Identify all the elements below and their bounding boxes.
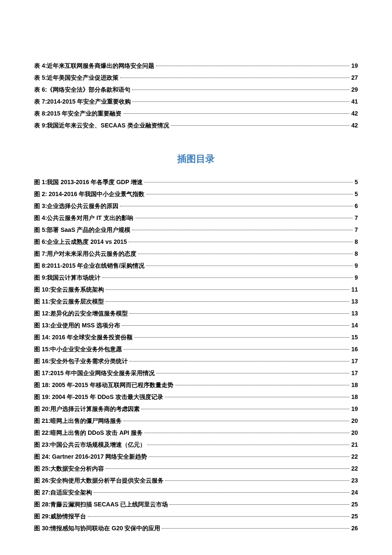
figure-toc-label: 图 21:暗网上出售的僵尸网络服务	[34, 415, 122, 427]
figure-toc-label: 图 11:安全云服务层次模型	[34, 295, 104, 307]
figure-toc-page: 18	[351, 391, 358, 403]
figure-toc-item: 图 28:青藤云漏洞扫描 SECAAS 已上线阿里云市场25	[34, 498, 358, 510]
toc-dots	[94, 492, 349, 493]
figures-title: 插图目录	[34, 153, 358, 165]
figure-toc-item: 图 15:中小企业安全业务外包意愿16	[34, 343, 358, 355]
figure-toc-item: 图 11:安全云服务层次模型13	[34, 295, 358, 307]
table-toc-item: 表 7:2014-2015 年安全产业重要收购41	[34, 95, 358, 107]
table-toc-item: 表 6:《网络安全法》部分条款和语句29	[34, 84, 358, 95]
figure-toc-item: 图 1:我国 2013-2016 年各季度 GDP 增速5	[34, 176, 358, 188]
figure-toc-page: 25	[351, 510, 358, 522]
figure-toc-page: 23	[351, 474, 358, 486]
figure-toc-item: 图 2: 2014-2016 年我国中小企业景气指数5	[34, 188, 358, 200]
figure-toc-page: 13	[351, 307, 358, 319]
table-toc-page: 19	[351, 60, 358, 72]
figure-toc-item: 图 29:威胁情报平台25	[34, 510, 358, 522]
figures-toc-section: 图 1:我国 2013-2016 年各季度 GDP 增速5图 2: 2014-2…	[34, 176, 358, 534]
table-toc-item: 表 9:我国近年来云安全、SECAAS 类企业融资情况42	[34, 119, 358, 131]
toc-dots	[120, 78, 349, 78]
figure-toc-label: 图 4:公共云服务对用户 IT 支出的影响	[34, 212, 133, 224]
table-toc-page: 42	[351, 119, 358, 131]
figure-toc-item: 图 17:2015 年中国企业网络安全服务采用情况17	[34, 367, 358, 379]
figure-toc-label: 图 17:2015 年中国企业网络安全服务采用情况	[34, 367, 155, 379]
toc-dots	[132, 230, 353, 230]
figure-toc-label: 图 23:中国公共云市场规模及增速（亿元）	[34, 439, 146, 451]
figure-toc-page: 9	[355, 272, 358, 283]
table-toc-label: 表 9:我国近年来云安全、SECAAS 类企业融资情况	[34, 119, 169, 131]
figure-toc-item: 图 20:用户选择云计算服务商的考虑因素19	[34, 403, 358, 415]
figure-toc-page: 17	[351, 367, 358, 379]
toc-dots	[146, 266, 353, 266]
toc-dots	[132, 90, 349, 90]
table-toc-item: 表 8:2015 年安全产业的重要融资42	[34, 107, 358, 119]
table-toc-label: 表 8:2015 年安全产业的重要融资	[34, 107, 121, 119]
figure-toc-item: 图 4:公共云服务对用户 IT 支出的影响7	[34, 212, 358, 224]
figure-toc-item: 图 13:企业使用的 MSS 选项分布14	[34, 319, 358, 331]
figure-toc-page: 26	[351, 522, 358, 534]
figure-toc-label: 图 13:企业使用的 MSS 选项分布	[34, 319, 120, 331]
figure-toc-page: 24	[351, 486, 358, 498]
figure-toc-label: 图 25:大数据安全分析内容	[34, 462, 104, 474]
figure-toc-page: 6	[355, 200, 358, 212]
figure-toc-page: 18	[351, 379, 358, 391]
toc-dots	[134, 337, 349, 338]
toc-dots	[138, 254, 353, 254]
table-toc-label: 表 6:《网络安全法》部分条款和语句	[34, 84, 130, 95]
figure-toc-item: 图 18: 2005 年-2015 年移动互联网而已程序数量走势18	[34, 379, 358, 391]
toc-dots	[133, 101, 349, 102]
toc-dots	[141, 409, 349, 409]
figure-toc-label: 图 8:2011-2015 年企业在线销售/采购情况	[34, 260, 144, 272]
table-toc-page: 27	[351, 72, 358, 84]
toc-dots	[130, 313, 349, 314]
table-toc-label: 表 4:近年来互联网服务商爆出的网络安全问题	[34, 60, 154, 72]
figure-toc-label: 图 16:安全外包子业务需求分类统计	[34, 355, 128, 367]
figure-toc-page: 19	[351, 403, 358, 415]
table-toc-item: 表 4:近年来互联网服务商爆出的网络安全问题19	[34, 60, 358, 72]
toc-dots	[144, 182, 353, 182]
figure-toc-page: 17	[351, 355, 358, 367]
figure-toc-page: 16	[351, 343, 358, 355]
toc-dots	[120, 206, 353, 206]
figure-toc-item: 图 30:情报感知与协同联动在 G20 安保中的应用26	[34, 522, 358, 534]
figure-toc-item: 图 10:安全云服务系统架构11	[34, 283, 358, 295]
figure-toc-item: 图 9:我国云计算市场统计9	[34, 272, 358, 283]
toc-dots	[102, 278, 353, 278]
table-toc-page: 41	[351, 95, 358, 107]
toc-dots	[88, 516, 349, 517]
toc-dots	[162, 528, 349, 529]
figure-toc-label: 图 20:用户选择云计算服务商的考虑因素	[34, 403, 140, 415]
figure-toc-page: 7	[355, 212, 358, 224]
figure-toc-label: 图 5:部署 SaaS 产品的企业用户规模	[34, 224, 130, 236]
toc-dots	[106, 468, 349, 469]
figure-toc-label: 图 26:安全狗使用大数据分析平台提供安全云服务	[34, 474, 164, 486]
figure-toc-item: 图 6:企业上云成熟度 2014 vs 20158	[34, 236, 358, 248]
figure-toc-item: 图 27:自适应安全架构24	[34, 486, 358, 498]
figure-toc-page: 8	[355, 236, 358, 248]
toc-dots	[149, 457, 349, 457]
toc-dots	[147, 445, 349, 445]
figure-toc-page: 9	[355, 260, 358, 272]
figure-toc-page: 11	[351, 283, 358, 295]
figure-toc-label: 图 7:用户对未来采用公共云服务的态度	[34, 248, 136, 260]
toc-dots	[165, 397, 350, 397]
figure-toc-label: 图 22:暗网上出售的 DDoS 攻击 API 服务	[34, 427, 143, 439]
figure-toc-page: 25	[351, 498, 358, 510]
figure-toc-item: 图 19: 2004 年-2015 年 DDoS 攻击最大强度记录18	[34, 391, 358, 403]
toc-dots	[106, 301, 349, 302]
figure-toc-item: 图 8:2011-2015 年企业在线销售/采购情况9	[34, 260, 358, 272]
figure-toc-label: 图 10:安全云服务系统架构	[34, 283, 104, 295]
figure-toc-item: 图 3:企业选择公共云服务的原因6	[34, 200, 358, 212]
figure-toc-label: 图 27:自适应安全架构	[34, 486, 92, 498]
toc-dots	[175, 385, 350, 385]
figure-toc-label: 图 3:企业选择公共云服务的原因	[34, 200, 118, 212]
toc-dots	[171, 125, 350, 126]
toc-dots	[156, 66, 349, 66]
figure-toc-item: 图 22:暗网上出售的 DDoS 攻击 API 服务20	[34, 427, 358, 439]
toc-dots	[165, 480, 349, 481]
table-toc-label: 表 5:近年美国安全产业促进政策	[34, 72, 118, 84]
figure-toc-page: 20	[351, 427, 358, 439]
figure-toc-label: 图 19: 2004 年-2015 年 DDoS 攻击最大强度记录	[34, 391, 163, 403]
figure-toc-page: 22	[351, 451, 358, 462]
toc-dots	[146, 194, 353, 194]
figure-toc-label: 图 1:我国 2013-2016 年各季度 GDP 增速	[34, 176, 143, 188]
